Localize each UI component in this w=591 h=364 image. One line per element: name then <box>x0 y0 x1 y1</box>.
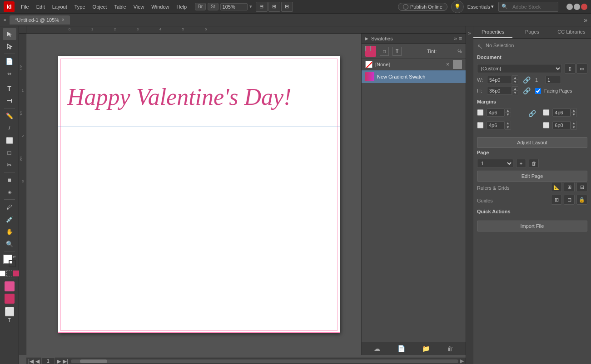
maximize-button[interactable] <box>574 4 580 10</box>
guide-lock-icon[interactable]: 🔒 <box>576 195 587 205</box>
swatch-delete-icon[interactable]: × <box>446 61 449 68</box>
margin-right-inc[interactable]: ▲ <box>571 121 577 125</box>
swatches-menu-icon[interactable]: ≡ <box>459 35 462 42</box>
width-increment-btn[interactable]: ▲ <box>512 75 518 80</box>
bridge-button[interactable]: Br <box>195 3 206 10</box>
menu-type[interactable]: Type <box>72 3 88 10</box>
publish-online-button[interactable]: Publish Online <box>398 3 447 11</box>
margin-top-stepper[interactable]: ▲ ▼ <box>487 108 511 117</box>
stock-button[interactable]: St <box>208 3 218 10</box>
margin-right-input[interactable] <box>552 121 571 129</box>
rectangle-tool[interactable]: □ <box>3 147 16 158</box>
swatch-gradient-row[interactable]: New Gradient Swatch <box>362 70 466 83</box>
import-file-button[interactable]: Import File <box>477 221 587 231</box>
swatches-expand-icon[interactable]: » <box>454 35 457 42</box>
swatch-gray-btn[interactable] <box>453 60 462 69</box>
none-mode-btn[interactable] <box>13 271 19 276</box>
vertical-type-tool[interactable]: T <box>4 94 15 108</box>
gradient-mode-btn[interactable] <box>6 271 12 276</box>
menu-layout[interactable]: Layout <box>50 3 70 10</box>
type-tool[interactable]: T <box>3 83 16 94</box>
height-stepper[interactable]: ▲ ▼ <box>487 86 518 95</box>
grid-icon[interactable]: ⊞ <box>564 182 575 192</box>
first-page-icon[interactable]: |◀ <box>28 358 34 364</box>
chain-link-icon[interactable]: 🔗 <box>523 76 531 84</box>
essentials-button[interactable]: Essentials ▾ <box>467 4 494 10</box>
menu-table[interactable]: Table <box>111 3 129 10</box>
portrait-icon[interactable]: ▯ <box>565 64 576 74</box>
margin-left-inc[interactable]: ▲ <box>571 108 577 113</box>
swap-colors-icon[interactable]: ⇄ <box>13 255 16 259</box>
cloud-icon[interactable]: ☁ <box>374 345 380 352</box>
margin-left-dec[interactable]: ▼ <box>571 113 577 117</box>
margin-bottom-stepper[interactable]: ▲ ▼ <box>487 121 511 130</box>
width-input[interactable] <box>487 76 512 84</box>
dark-pink-swatch[interactable] <box>5 294 15 304</box>
note-tool[interactable]: 🖊 <box>3 201 16 213</box>
minimize-button[interactable] <box>566 4 573 10</box>
menu-object[interactable]: Object <box>90 3 110 10</box>
document-preset-select[interactable]: [Custom] <box>477 64 562 73</box>
panel-expand-icon[interactable]: » <box>584 16 587 24</box>
margin-left-stepper[interactable]: ▲ ▼ <box>552 108 577 117</box>
search-input[interactable] <box>510 3 555 10</box>
document-section-header[interactable]: Document <box>477 53 587 62</box>
trash-icon[interactable]: 🗑 <box>447 345 453 352</box>
tab-properties[interactable]: Properties <box>473 26 512 38</box>
collapse-left-icon[interactable]: ≡ <box>4 18 6 22</box>
pencil-tool[interactable]: ✏️ <box>3 110 16 122</box>
margin-right-dec[interactable]: ▼ <box>571 125 577 130</box>
zoom-input[interactable] <box>220 3 248 10</box>
tab-cc-libraries[interactable]: CC Libraries <box>552 26 591 38</box>
horizontal-scrollbar[interactable]: |◀ ◀ ▶ ▶| ▶ <box>26 358 466 364</box>
guide-add-icon[interactable]: ⊞ <box>551 195 562 205</box>
menu-window[interactable]: Window <box>149 3 172 10</box>
edit-page-button[interactable]: Edit Page <box>477 171 587 182</box>
current-page-input[interactable] <box>41 358 55 364</box>
margins-section-header[interactable]: Margins <box>477 97 587 106</box>
margin-bottom-input[interactable] <box>487 121 505 129</box>
menu-view[interactable]: View <box>131 3 147 10</box>
margin-top-dec[interactable]: ▼ <box>505 113 511 117</box>
screen-mode-icon[interactable]: ⬜ <box>5 307 15 317</box>
scissors-tool[interactable]: ✂ <box>3 159 16 171</box>
fill-stroke-colors[interactable]: ⇄ <box>3 255 16 267</box>
facing-pages-checkbox[interactable] <box>535 88 541 94</box>
adjust-layout-button[interactable]: Adjust Layout <box>477 137 587 148</box>
layout-icon-2[interactable]: ⊞ <box>268 2 280 12</box>
document-grid-icon[interactable]: ⊟ <box>576 182 587 192</box>
rectangle-frame-tool[interactable]: ⬜ <box>3 134 16 146</box>
menu-edit[interactable]: Edit <box>34 3 48 10</box>
width-decrement-btn[interactable]: ▼ <box>512 80 518 84</box>
pink-color-swatch[interactable] <box>5 281 15 291</box>
zoom-tool[interactable]: 🔍 <box>3 238 16 250</box>
layout-icon-1[interactable]: ⊟ <box>256 2 268 12</box>
swatch-text-btn[interactable]: T <box>392 47 402 56</box>
stroke-color[interactable] <box>9 260 16 267</box>
page-section-header[interactable]: Page <box>477 148 587 157</box>
new-page-icon[interactable]: 📄 <box>397 345 405 352</box>
scroll-right-icon[interactable]: ▶ <box>460 358 464 364</box>
folder-icon[interactable]: 📁 <box>422 345 430 352</box>
direct-selection-tool[interactable] <box>3 40 16 52</box>
menu-help[interactable]: Help <box>174 3 189 10</box>
swatch-none-label[interactable]: [None] <box>375 62 390 67</box>
margin-left-input[interactable] <box>552 108 571 117</box>
width-stepper[interactable]: ▲ ▼ <box>487 75 518 84</box>
zoom-dropdown-icon[interactable]: ▾ <box>249 4 252 10</box>
margin-bottom-inc[interactable]: ▲ <box>505 121 511 125</box>
margin-top-inc[interactable]: ▲ <box>505 108 511 113</box>
margin-chain-icon[interactable]: 🔗 <box>528 110 536 117</box>
eyedropper-tool[interactable]: 💉 <box>3 213 16 225</box>
document-tab[interactable]: *Untitled-1 @ 105% × <box>10 15 70 25</box>
h-scrollbar-track[interactable] <box>71 359 458 363</box>
menu-file[interactable]: File <box>18 3 32 10</box>
gradient-feather-tool[interactable]: ◈ <box>3 186 16 198</box>
hand-tool[interactable]: ✋ <box>3 226 16 237</box>
height-input[interactable] <box>487 87 512 95</box>
page-tool[interactable]: 📄 <box>3 55 16 67</box>
guide-settings-icon[interactable]: ⊟ <box>564 195 575 205</box>
prev-page-icon[interactable]: ◀ <box>35 358 40 364</box>
swatch-fill-btn[interactable]: □ <box>380 47 389 56</box>
page-select[interactable]: 1 <box>477 159 513 168</box>
